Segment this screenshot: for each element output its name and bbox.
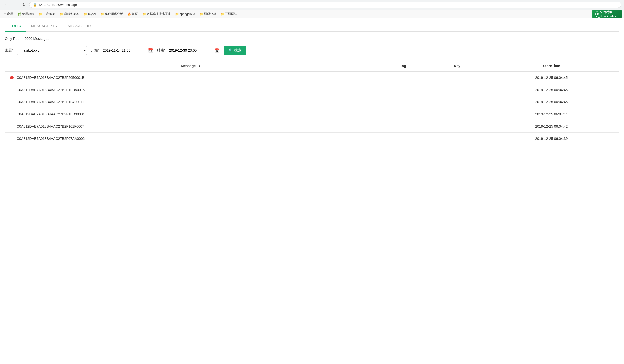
bookmark-collection-label: 集合源码分析 <box>105 12 123 16</box>
table-body: C0A812DAE7A018B4AAC27B2F2050001B2019-12-… <box>5 72 619 145</box>
cell-message-id: C0A812DAE7A018B4AAC27B2F07AA0002 <box>5 133 376 145</box>
cell-key <box>430 108 484 120</box>
bookmark-tutorial-label: 使用教程 <box>22 12 34 16</box>
message-table: Message ID Tag Key StoreTime C0A812DAE7A… <box>5 60 619 145</box>
bookmark-concurrency[interactable]: 📁 并发框架 <box>37 11 57 17</box>
bookmark-source[interactable]: 📁 源码分析 <box>198 11 218 17</box>
tab-bar: TOPIC MESSAGE KEY MESSAGE ID <box>5 21 619 32</box>
tab-message-id[interactable]: MESSAGE ID <box>63 21 96 32</box>
message-id-text[interactable]: C0A812DAE7A018B4AAC27B2F161F0007 <box>17 124 84 128</box>
status-dot-placeholder <box>10 112 14 116</box>
col-tag: Tag <box>376 60 430 72</box>
bookmark-tutorial[interactable]: 🌿 使用教程 <box>16 11 36 17</box>
start-date-input[interactable] <box>101 47 146 54</box>
logo-text: 每特教meiteedu.c... <box>603 10 619 18</box>
folder-icon-8: 📁 <box>221 12 224 16</box>
bookmark-microservice-label: 微服务架构 <box>64 12 79 16</box>
folder-icon-6: 📁 <box>175 12 179 16</box>
tab-message-key[interactable]: MESSAGE KEY <box>26 21 63 32</box>
message-id-text[interactable]: C0A812DAE7A018B4AAC27B2F1EB9000C <box>17 112 85 116</box>
message-id-text[interactable]: C0A812DAE7A018B4AAC27B2F1FD50016 <box>17 88 85 92</box>
folder-icon-1: 📁 <box>39 12 42 16</box>
bookmark-springcloud-label: springcloud <box>180 12 195 16</box>
search-button[interactable]: 🔍 搜索 <box>224 46 246 55</box>
folder-icon-3: 📁 <box>84 12 87 16</box>
cell-key <box>430 133 484 145</box>
fire-icon: 🔥 <box>127 12 131 16</box>
cell-key <box>430 96 484 108</box>
cell-key <box>430 84 484 96</box>
cell-message-id: C0A812DAE7A018B4AAC27B2F1F490011 <box>5 96 376 108</box>
back-button[interactable]: ← <box>3 2 10 8</box>
logo-area: MT 每特教meiteedu.c... <box>592 10 622 18</box>
message-id-text[interactable]: C0A812DAE7A018B4AAC27B2F1F490011 <box>17 100 84 104</box>
message-id-text[interactable]: C0A812DAE7A018B4AAC27B2F2050001B <box>17 76 84 80</box>
cell-storetime: 2019-12-25 06:04:44 <box>484 108 619 120</box>
table-row[interactable]: C0A812DAE7A018B4AAC27B2F1FD500162019-12-… <box>5 84 619 96</box>
end-calendar-icon[interactable]: 📅 <box>214 48 220 53</box>
status-dot-placeholder <box>10 137 14 140</box>
table-header: Message ID Tag Key StoreTime <box>5 60 619 72</box>
bookmark-mysql-label: mysql <box>88 12 96 16</box>
cell-message-id: C0A812DAE7A018B4AAC27B2F1FD50016 <box>5 84 376 96</box>
cell-tag <box>376 133 430 145</box>
message-id-text[interactable]: C0A812DAE7A018B4AAC27B2F07AA0002 <box>17 137 85 141</box>
bookmark-opensource[interactable]: 📁 开源网站 <box>219 11 239 17</box>
bookmark-collection[interactable]: 📁 集合源码分析 <box>99 11 124 17</box>
cell-storetime: 2019-12-25 06:04:42 <box>484 120 619 133</box>
table-row[interactable]: C0A812DAE7A018B4AAC27B2F161F00072019-12-… <box>5 120 619 133</box>
table-row[interactable]: C0A812DAE7A018B4AAC27B2F07AA00022019-12-… <box>5 133 619 145</box>
status-dot-red <box>10 76 14 79</box>
start-date-group: 开始: 📅 <box>91 47 153 54</box>
table-row[interactable]: C0A812DAE7A018B4AAC27B2F1F4900112019-12-… <box>5 96 619 108</box>
logo-circle: MT <box>595 11 602 18</box>
cell-storetime: 2019-12-25 06:04:45 <box>484 72 619 84</box>
reload-button[interactable]: ↻ <box>21 2 27 8</box>
bookmarks-bar: ⊞ 应用 🌿 使用教程 📁 并发框架 📁 微服务架构 📁 mysql 📁 集合源… <box>0 10 624 18</box>
cell-storetime: 2019-12-25 06:04:45 <box>484 84 619 96</box>
end-date-input[interactable] <box>167 47 212 54</box>
cell-tag <box>376 120 430 133</box>
bookmark-mysql[interactable]: 📁 mysql <box>82 12 97 16</box>
address-bar[interactable]: 🔒 127.0.0.1:8080/#/message <box>29 2 621 8</box>
bookmark-apps[interactable]: ⊞ 应用 <box>2 11 15 17</box>
bookmark-microservice[interactable]: 📁 微服务架构 <box>58 11 81 17</box>
cell-message-id: C0A812DAE7A018B4AAC27B2F161F0007 <box>5 120 376 133</box>
col-message-id: Message ID <box>5 60 376 72</box>
forward-button[interactable]: → <box>12 2 19 8</box>
app-container: TOPIC MESSAGE KEY MESSAGE ID Only Return… <box>0 21 624 145</box>
tab-topic[interactable]: TOPIC <box>5 21 26 32</box>
folder-icon-7: 📁 <box>200 12 203 16</box>
cell-message-id: C0A812DAE7A018B4AAC27B2F1EB9000C <box>5 108 376 120</box>
status-dot-placeholder <box>10 125 14 128</box>
bookmark-opensource-label: 开源网站 <box>225 12 237 16</box>
folder-icon-5: 📁 <box>142 12 146 16</box>
cell-storetime: 2019-12-25 06:04:39 <box>484 133 619 145</box>
cell-key <box>430 120 484 133</box>
cell-message-id: C0A812DAE7A018B4AAC27B2F2050001B <box>5 72 376 84</box>
bookmark-springcloud[interactable]: 📁 springcloud <box>174 12 196 16</box>
start-calendar-icon[interactable]: 📅 <box>148 48 153 53</box>
bookmark-home-label: 首页 <box>132 12 138 16</box>
cell-storetime: 2019-12-25 06:04:45 <box>484 96 619 108</box>
start-label: 开始: <box>91 48 99 53</box>
status-dot-placeholder <box>10 100 14 104</box>
search-button-label: 搜索 <box>234 48 241 53</box>
lock-icon: 🔒 <box>33 3 37 7</box>
table-row[interactable]: C0A812DAE7A018B4AAC27B2F2050001B2019-12-… <box>5 72 619 84</box>
bookmark-apps-label: 应用 <box>7 12 13 16</box>
bookmark-db-label: 数据库连接池原理 <box>147 12 171 16</box>
browser-bar: ← → ↻ 🔒 127.0.0.1:8080/#/message <box>0 0 624 10</box>
cell-tag <box>376 96 430 108</box>
col-storetime: StoreTime <box>484 60 619 72</box>
bookmark-concurrency-label: 并发框架 <box>43 12 55 16</box>
cell-tag <box>376 108 430 120</box>
bookmark-db[interactable]: 📁 数据库连接池原理 <box>141 11 172 17</box>
topic-select[interactable]: mayikt-topic <box>17 46 87 55</box>
status-dot-placeholder <box>10 88 14 91</box>
table-row[interactable]: C0A812DAE7A018B4AAC27B2F1EB9000C2019-12-… <box>5 108 619 120</box>
cell-key <box>430 72 484 84</box>
notice-text: Only Return 2000 Messages <box>5 37 619 41</box>
bookmark-home[interactable]: 🔥 首页 <box>126 11 139 17</box>
end-label: 结束: <box>157 48 165 53</box>
